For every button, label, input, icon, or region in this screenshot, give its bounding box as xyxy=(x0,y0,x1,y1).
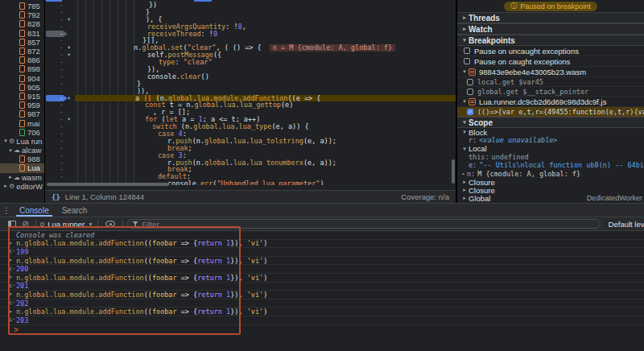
console-input-row[interactable]: >n.global.lua.module.addFunction((foobar… xyxy=(0,274,644,283)
code-line: -▾a || (n.global.lua.module.addFunction(… xyxy=(45,95,456,102)
tree-collapse-icon[interactable]: ▸ xyxy=(7,174,14,180)
scope-variable-row[interactable]: e:"-- Utils\nlocal function ub8(n) -- 64… xyxy=(457,161,644,170)
tree-expand-icon[interactable]: ▾ xyxy=(460,98,469,105)
navigator-file-706[interactable]: 706 xyxy=(0,128,44,137)
live-expression-icon[interactable] xyxy=(105,221,115,227)
tree-expand-icon[interactable]: ▾ xyxy=(460,119,469,126)
fold-arrow-icon[interactable]: ▾ xyxy=(68,16,70,23)
scope-variable-row[interactable]: r:<value unavailable> xyxy=(457,136,644,145)
code-token: n.global.lua.module.addFunction xyxy=(16,274,144,282)
fold-arrow-icon[interactable]: ▾ xyxy=(68,116,70,123)
console-input-row[interactable]: >n.global.lua.module.addFunction((foobar… xyxy=(0,308,644,316)
navigator-file-792[interactable]: 792 xyxy=(0,10,44,19)
tree-collapse-icon[interactable]: ▸ xyxy=(460,195,469,201)
tab-console[interactable]: Console xyxy=(13,204,56,217)
navigator-file-828[interactable]: 828 xyxy=(0,19,44,28)
navigator-node-wasm[interactable]: ▸☁wasm xyxy=(0,173,44,182)
tree-collapse-icon[interactable]: ▸ xyxy=(460,14,469,21)
fold-arrow-icon[interactable]: ▾ xyxy=(68,52,70,59)
clear-console-icon[interactable]: ⊘ xyxy=(22,220,29,229)
tab-search[interactable]: Search xyxy=(56,204,94,217)
horizontal-scrollbar[interactable] xyxy=(45,182,456,187)
breakpoint-entry[interactable]: local.get $var45 xyxy=(457,77,644,87)
navigator-file-831[interactable]: 831 xyxy=(0,29,44,38)
tree-expand-icon[interactable]: ▾ xyxy=(460,68,469,75)
vertical-scrollbar[interactable] xyxy=(451,0,456,182)
console-filter-input[interactable]: Filter xyxy=(127,219,601,229)
console-sidebar-toggle-icon[interactable] xyxy=(8,221,16,228)
section-label: Scope xyxy=(469,118,493,127)
tree-expand-icon[interactable]: ▾ xyxy=(460,129,469,135)
scope-section-closure[interactable]: ▸Closure xyxy=(457,178,644,186)
checkbox[interactable] xyxy=(464,47,470,54)
breakpoint-checkbox[interactable] xyxy=(467,89,473,95)
section-label: Breakpoints xyxy=(469,36,515,45)
tree-collapse-icon[interactable]: ▸ xyxy=(462,171,465,177)
tree-expand-icon[interactable]: ▾ xyxy=(2,138,9,144)
vscroll-thumb[interactable] xyxy=(452,159,455,184)
breakpoint-checkbox[interactable] xyxy=(467,79,473,85)
tree-expand-icon[interactable]: ▾ xyxy=(7,147,14,154)
navigator-file-857[interactable]: 857 xyxy=(0,38,44,47)
navigator-file-872[interactable]: 872 xyxy=(0,47,44,56)
breakpoint-file-group[interactable]: ▾Lua.runner.dc9cb2d6d69c98d3dc9f.js xyxy=(457,97,644,107)
navigator-file-987[interactable]: 987 xyxy=(0,109,44,118)
breakpoint-entry[interactable]: ✓(()=>{var e,t,r={49455:function(e,t,r){… xyxy=(457,107,644,117)
checkbox[interactable] xyxy=(464,58,470,64)
section-breakpoints[interactable]: ▾Breakpoints xyxy=(457,35,644,46)
fold-arrow-icon[interactable]: ▾ xyxy=(68,44,70,52)
gutter-cell[interactable]: - xyxy=(45,88,75,95)
navigator-node-alcaw[interactable]: ▾☁alcaw xyxy=(0,146,44,155)
scope-variable-row[interactable]: ▸n:M {cmodule: A, global: f} xyxy=(457,170,644,179)
tree-collapse-icon[interactable]: ▸ xyxy=(460,179,469,185)
tree-expand-icon[interactable]: ▾ xyxy=(460,37,469,43)
scope-section-label: Local xyxy=(469,145,487,153)
navigator-file-904[interactable]: 904 xyxy=(0,74,44,83)
navigator-file-886[interactable]: 886 xyxy=(0,56,44,64)
breakpoint-file-group[interactable]: ▾98843e9ebe4e43005b23.wasm xyxy=(457,67,644,77)
scope-section-local[interactable]: ▾Local xyxy=(457,145,644,153)
console-input-row[interactable]: >n.global.lua.module.addFunction((foobar… xyxy=(0,291,644,299)
navigator-file-lua[interactable]: Lua xyxy=(0,163,44,172)
navigator-file-898[interactable]: 898 xyxy=(0,64,44,73)
navigator-file-959[interactable]: 959 xyxy=(0,101,44,109)
navigator-file-mai[interactable]: mai xyxy=(0,118,44,127)
pretty-print-icon[interactable]: {} xyxy=(52,193,60,201)
pause-exceptions-row[interactable]: Pause on caught exceptions xyxy=(457,56,644,67)
scope-section-block[interactable]: ▾Block xyxy=(457,128,644,136)
console-prompt-icon[interactable]: > xyxy=(14,325,19,334)
section-watch[interactable]: ▸Watch xyxy=(457,23,644,35)
scope-section-closure[interactable]: ▸Closure xyxy=(457,186,644,194)
tree-collapse-icon[interactable]: ▸ xyxy=(460,187,469,193)
scope-section-global[interactable]: ▸GlobalDedicatedWorker xyxy=(457,194,644,202)
drawer-menu-icon[interactable]: ⋮ xyxy=(0,206,13,215)
cursor-position: Line 1, Column 124844 xyxy=(65,192,144,201)
code-token: 'vi' xyxy=(247,274,263,282)
section-threads[interactable]: ▸Threads xyxy=(457,12,644,23)
tree-expand-icon[interactable]: ▾ xyxy=(460,146,469,152)
log-levels-dropdown[interactable]: Default levels ▼ xyxy=(609,220,644,229)
navigator-file-905[interactable]: 905 xyxy=(0,83,44,92)
navigator-file-988[interactable]: 988 xyxy=(0,155,44,163)
navigator-file-785[interactable]: 785 xyxy=(0,2,44,10)
code-token: )), xyxy=(137,88,149,95)
navigator-file-915[interactable]: 915 xyxy=(0,92,44,101)
section-scope[interactable]: ▾Scope xyxy=(457,117,644,128)
navigator-node-lua run[interactable]: ▾⚙Lua run xyxy=(0,137,44,146)
code-token: => { xyxy=(177,308,198,316)
scope-variable-row[interactable]: this:undefined xyxy=(457,153,644,162)
console-input-row[interactable]: >n.global.lua.module.addFunction((foobar… xyxy=(0,240,644,249)
pause-exceptions-row[interactable]: Pause on uncaught exceptions xyxy=(457,46,644,56)
console-input-row[interactable]: >n.global.lua.module.addFunction((foobar… xyxy=(0,257,644,266)
navigator-node-editorw[interactable]: ▸⚙editorW xyxy=(0,182,44,191)
code-token: foobar xyxy=(152,240,177,248)
gutter-cell[interactable]: - xyxy=(45,23,75,31)
tree-collapse-icon[interactable]: ▸ xyxy=(2,183,9,189)
hscroll-thumb[interactable] xyxy=(47,183,169,186)
breakpoint-entry[interactable]: global.get $__stack_pointer xyxy=(457,87,644,97)
execution-context-selector[interactable]: Lua runner ▼ xyxy=(40,220,93,229)
fold-arrow-icon[interactable]: ▾ xyxy=(68,95,70,102)
breakpoint-checkbox[interactable]: ✓ xyxy=(467,109,473,115)
code-view[interactable]: -})-}-▾), {-receiveArgsQuantity: !0,-rec… xyxy=(45,0,456,185)
tree-collapse-icon[interactable]: ▸ xyxy=(460,26,469,32)
